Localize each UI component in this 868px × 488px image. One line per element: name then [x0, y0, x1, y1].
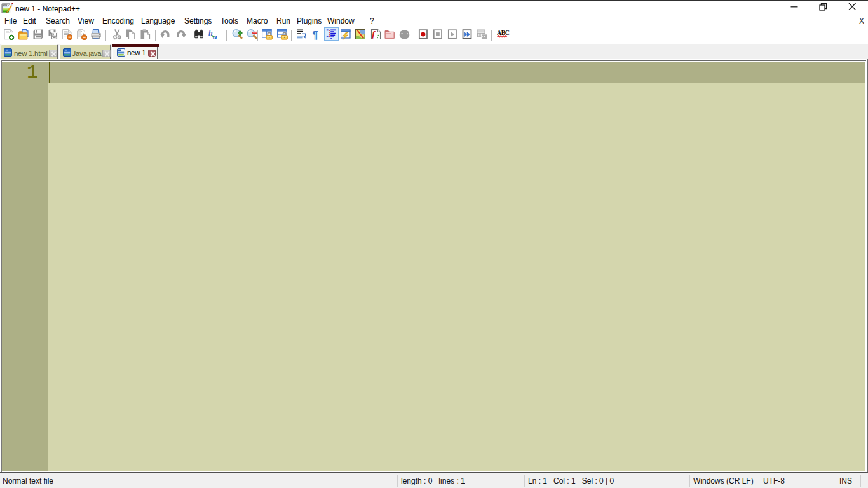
svg-text:ƒ: ƒ: [371, 29, 376, 39]
svg-text:¶: ¶: [312, 30, 318, 41]
